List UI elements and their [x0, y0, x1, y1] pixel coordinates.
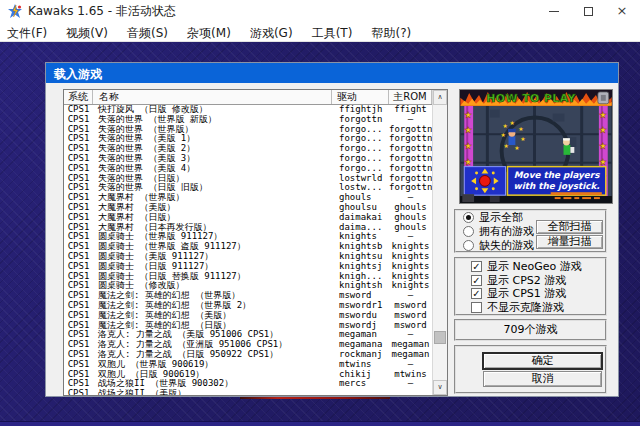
column-header-driver[interactable]: 驱动 — [332, 90, 389, 104]
radio-owned-games[interactable]: 拥有的游戏 — [463, 225, 534, 237]
cell-rom: — — [389, 232, 432, 242]
table-row[interactable]: CPS1魔法之剑: 英雄的幻想 （世界版 2）mswordr1msword — [64, 301, 432, 311]
cell-drv: knightsu — [332, 252, 389, 262]
ok-button[interactable]: 确定 — [483, 353, 602, 369]
table-row[interactable]: CPS1大魔界村 （日本再发行版）daima...ghouls — [64, 223, 432, 233]
table-row[interactable]: CPS1战场之狼II （世界版 900302）mercs— — [64, 379, 432, 389]
cell-nm: 双胞儿 （日版 900619） — [93, 370, 332, 380]
cell-drv: mswordj — [332, 321, 389, 331]
cell-nm: 魔法之剑: 英雄的幻想 （日版） — [93, 321, 332, 331]
table-row[interactable]: CPS1圆桌骑士 （世界版 盗版 911127）knightsbknights — [64, 242, 432, 252]
table-row[interactable]: CPS1魔法之剑: 英雄的幻想 （日版）mswordjmsword — [64, 321, 432, 331]
dialog-title: 载入游戏 — [46, 64, 102, 84]
cell-nm: 圆桌骑士 （美版 911127） — [93, 252, 332, 262]
table-row[interactable]: CPS1圆桌骑士 （日版 替换版 911127）knigh...knights — [64, 272, 432, 282]
cell-sys: CPS1 — [64, 389, 93, 395]
svg-text:★: ★ — [514, 145, 519, 151]
svg-text:★: ★ — [501, 132, 506, 138]
table-row[interactable]: CPS1魔法之剑: 英雄的幻想 （世界版）msword— — [64, 291, 432, 301]
list-scrollbar[interactable]: ∧ ∨ — [432, 90, 447, 395]
close-button[interactable]: × — [605, 0, 639, 22]
cell-drv: mswordr1 — [332, 301, 389, 311]
table-row[interactable]: CPS1双胞儿 （世界版 900619）mtwins— — [64, 360, 432, 370]
table-row[interactable]: CPS1魔法之剑: 英雄的幻想 （美版）mswordumsword — [64, 311, 432, 321]
column-header-mainrom[interactable]: 主ROM — [389, 90, 432, 104]
cell-sys: CPS1 — [64, 370, 93, 380]
table-row[interactable]: CPS1洛克人: 力量之战 （美版 951006 CPS1）megaman— — [64, 330, 432, 340]
table-row[interactable]: CPS1圆桌骑士 （日版 911127）knightsjknights — [64, 262, 432, 272]
menu-item-audio[interactable]: 音频(S) — [120, 23, 175, 43]
table-row[interactable]: CPS1大魔界村 （美版）ghoulsughouls — [64, 203, 432, 213]
cell-drv: lostwrld — [332, 174, 389, 184]
table-row[interactable]: CPS1洛克人: 力量之战 （日版 950922 CPS1）rockmanjme… — [64, 350, 432, 360]
table-row[interactable]: CPS1大魔界村 （日版）daimakaighouls — [64, 213, 432, 223]
column-header-system[interactable]: 系统 — [64, 90, 93, 104]
scrollbar-thumb[interactable] — [434, 331, 446, 344]
table-row[interactable]: CPS1失落的世界 （美版 2）forgo...forgottn — [64, 144, 432, 154]
scan-incremental-button[interactable]: 增量扫描 — [536, 235, 603, 249]
table-row[interactable]: CPS1战场之狼II （美版） — [64, 389, 432, 395]
table-row[interactable]: CPS1失落的世界 （美版 4）forgo...forgottn — [64, 164, 432, 174]
radio-missing-games[interactable]: 缺失的游戏 — [463, 239, 534, 251]
menu-item-misc[interactable]: 杂项(M) — [180, 23, 238, 43]
cell-nm: 双胞儿 （世界版 900619） — [93, 360, 332, 370]
table-row[interactable]: CPS1失落的世界 （日版）lostwrldforgottn — [64, 174, 432, 184]
cancel-button[interactable]: 取消 — [483, 371, 602, 387]
table-row[interactable]: CPS1圆桌骑士 （美版 911127）knightsuknights — [64, 252, 432, 262]
cell-nm: 圆桌骑士 （世界版 盗版 911127） — [93, 242, 332, 252]
dialog-titlebar[interactable]: 载入游戏 — [46, 63, 618, 83]
game-list-rows: CPS1快打旋风 （日版 修改版）ffightjhffightCPS1失落的世界… — [64, 105, 432, 395]
menu-bar: 文件(F) 视频(V) 音频(S) 杂项(M) 游戏(G) 工具(T) 帮助(?… — [0, 22, 640, 42]
cell-nm: 魔法之剑: 英雄的幻想 （世界版） — [93, 291, 332, 301]
table-row[interactable]: CPS1快打旋风 （日版 修改版）ffightjhffight — [64, 105, 432, 115]
table-row[interactable]: CPS1失落的世界 （日版 旧版）lostw...forgottn — [64, 183, 432, 193]
scroll-down-button[interactable]: ∨ — [433, 380, 447, 395]
table-row[interactable]: CPS1失落的世界 （世界版 新版）forgottn— — [64, 115, 432, 125]
cell-nm: 圆桌骑士 （日版 替换版 911127） — [93, 272, 332, 282]
cell-sys: CPS1 — [64, 350, 93, 360]
menu-item-video[interactable]: 视频(V) — [59, 23, 115, 43]
cell-drv: daima... — [332, 223, 389, 233]
column-header-name[interactable]: 名称 — [93, 90, 332, 104]
table-row[interactable]: CPS1大魔界村 （世界版）ghouls— — [64, 193, 432, 203]
cell-sys: CPS1 — [64, 105, 93, 115]
cell-rom: — — [389, 291, 432, 301]
minimize-button[interactable] — [537, 0, 571, 22]
cell-rom: megaman — [389, 340, 432, 350]
table-row[interactable]: CPS1失落的世界 （世界版）forgo...forgottn — [64, 125, 432, 135]
checkbox-show-neogeo[interactable]: ✓ 显示 NeoGeo 游戏 — [471, 260, 582, 272]
scroll-up-button[interactable]: ∧ — [433, 90, 447, 105]
table-row[interactable]: CPS1圆桌骑士 （世界版 911127）knights— — [64, 232, 432, 242]
radio-icon — [463, 212, 474, 223]
bell-icon — [598, 92, 609, 104]
cell-nm: 失落的世界 （美版 3） — [93, 154, 332, 164]
menu-item-file[interactable]: 文件(F) — [0, 23, 54, 43]
checkbox-label: 显示 NeoGeo 游戏 — [487, 259, 582, 274]
cell-nm: 圆桌骑士 （世界版 911127） — [93, 232, 332, 242]
cell-sys: CPS1 — [64, 193, 93, 203]
cell-drv: msword — [332, 291, 389, 301]
game-preview-image: ★★★★★ ★★★★★ HOW TO PLAY — [459, 89, 613, 204]
svg-text:★: ★ — [464, 141, 472, 151]
table-row[interactable]: CPS1圆桌骑士 （修改版）knightshknights — [64, 281, 432, 291]
minimize-icon — [549, 11, 559, 12]
menu-item-game[interactable]: 游戏(G) — [243, 23, 300, 43]
maximize-button[interactable] — [571, 0, 605, 22]
checkbox-hide-clones[interactable]: 不显示克隆游戏 — [471, 301, 564, 313]
radio-show-all[interactable]: 显示全部 — [463, 211, 523, 223]
cell-rom: — — [389, 193, 432, 203]
table-row[interactable]: CPS1失落的世界 （美版 3）forgo...forgottn — [64, 154, 432, 164]
table-row[interactable]: CPS1洛克人: 力量之战 （亚洲版 951006 CPS1）megamanam… — [64, 340, 432, 350]
checkbox-icon: ✓ — [471, 288, 482, 299]
cell-rom: — — [389, 330, 432, 340]
checkbox-show-cps1[interactable]: ✓ 显示 CPS1 游戏 — [471, 287, 566, 299]
table-row[interactable]: CPS1失落的世界 （美版 1）forgo...forgottn — [64, 134, 432, 144]
menu-item-tools[interactable]: 工具(T) — [305, 23, 360, 43]
cell-nm: 魔法之剑: 英雄的幻想 （美版） — [93, 311, 332, 321]
checkbox-show-cps2[interactable]: ✓ 显示 CPS2 游戏 — [471, 274, 566, 286]
scan-all-button[interactable]: 全部扫描 — [536, 220, 603, 234]
window-titlebar[interactable]: Kawaks 1.65 - 非活动状态 × — [0, 0, 640, 22]
radio-label: 显示全部 — [479, 210, 523, 225]
menu-item-help[interactable]: 帮助(?) — [364, 23, 418, 43]
table-row[interactable]: CPS1双胞儿 （日版 900619）chikijmtwins — [64, 370, 432, 380]
